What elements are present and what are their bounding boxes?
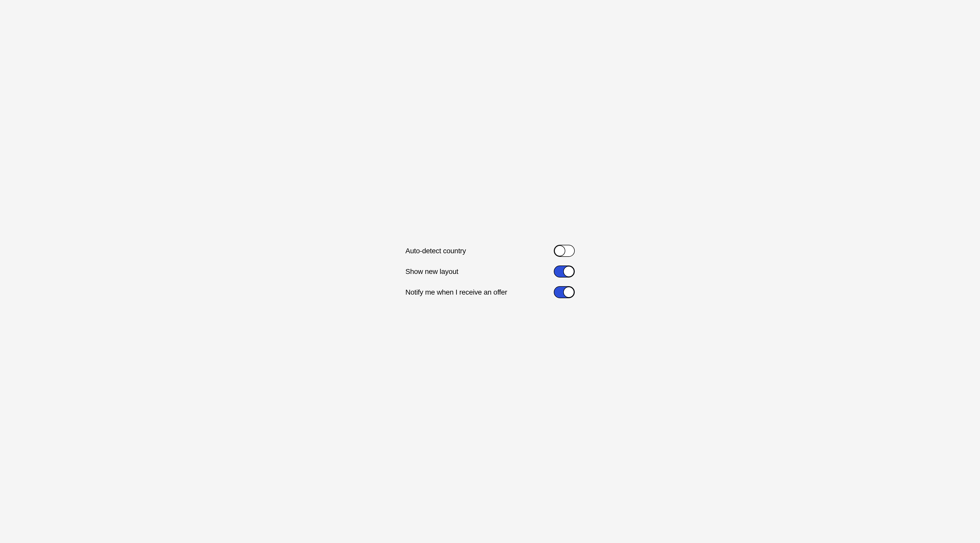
setting-row-notify-offer: Notify me when I receive an offer — [406, 286, 575, 298]
toggle-knob-icon — [563, 287, 574, 298]
settings-list: Auto-detect country Show new layout Noti… — [406, 245, 575, 298]
setting-row-new-layout: Show new layout — [406, 266, 575, 277]
toggle-notify-offer[interactable] — [554, 286, 575, 298]
setting-label-notify-offer: Notify me when I receive an offer — [406, 288, 508, 296]
setting-row-auto-detect: Auto-detect country — [406, 245, 575, 257]
setting-label-auto-detect: Auto-detect country — [406, 247, 466, 255]
toggle-auto-detect-country[interactable] — [554, 245, 575, 257]
toggle-knob-icon — [563, 266, 574, 277]
toggle-knob-icon — [554, 245, 565, 256]
toggle-show-new-layout[interactable] — [554, 266, 575, 277]
setting-label-new-layout: Show new layout — [406, 268, 458, 276]
